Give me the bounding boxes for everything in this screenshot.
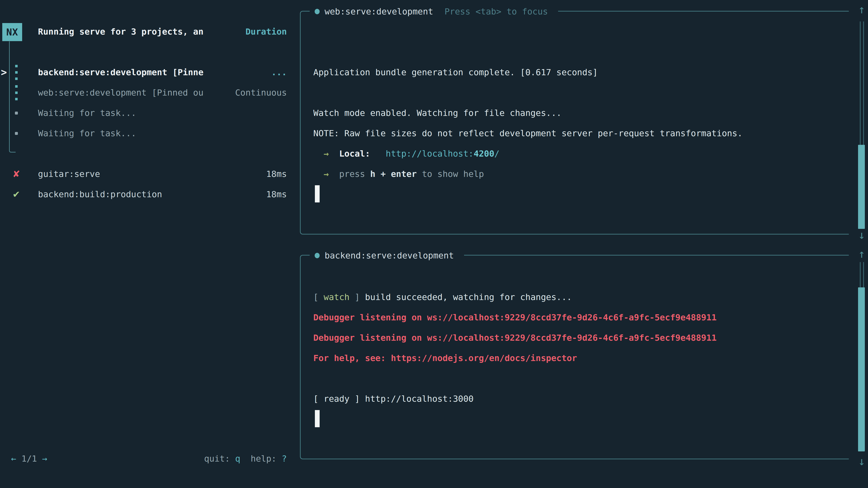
task-row[interactable]: >backend:serve:development [Pinne... (0, 62, 287, 83)
page-prev-icon[interactable]: ← (11, 454, 16, 464)
scrollbar-track[interactable] (860, 262, 864, 287)
scrollbar-track[interactable] (860, 22, 864, 145)
task-list-header: Running serve for 3 projects, an Duratio… (0, 22, 287, 42)
terminal-line: For help, see: https://nodejs.org/en/doc… (313, 348, 844, 368)
terminal-line: [ watch ] build succeeded, watching for … (313, 287, 844, 307)
scroll-up-icon[interactable]: ↑ (856, 248, 868, 260)
task-row[interactable]: ✘guitar:serve18ms (0, 164, 287, 184)
selected-task-chevron-icon: > (1, 62, 7, 83)
task-row[interactable]: Waiting for task... (0, 103, 287, 123)
help-key: ? (282, 454, 287, 464)
page-indicator: 1/1 (16, 454, 42, 464)
running-status-icon (315, 9, 320, 14)
task-status: Continuous (235, 83, 287, 103)
terminal-panel-web: web:serve:development Press <tab> to foc… (300, 11, 849, 234)
terminal-line (313, 83, 844, 103)
terminal-line: Debugger listening on ws://localhost:922… (313, 307, 844, 328)
terminal-line: Application bundle generation complete. … (313, 62, 844, 83)
task-row[interactable]: ✔backend:build:production18ms (0, 184, 287, 204)
terminal-line (313, 409, 844, 429)
scroll-down-icon[interactable]: ↓ (856, 455, 868, 467)
terminal-line (313, 368, 844, 389)
task-row[interactable]: web:serve:development [Pinned ouContinuo… (0, 83, 287, 103)
task-running-spinner-icon (11, 83, 21, 103)
task-waiting-dot-icon (11, 103, 21, 123)
page-next-icon[interactable]: → (42, 454, 47, 464)
quit-key: q (235, 454, 240, 464)
scrollbar-thumb[interactable] (858, 145, 865, 229)
task-name: web:serve:development [Pinned ou (38, 83, 204, 103)
terminal-panel-web-title: web:serve:development (324, 6, 433, 17)
task-waiting-dot-icon (11, 123, 21, 143)
terminal-output-backend: [ watch ] build succeeded, watching for … (313, 287, 844, 429)
task-name: guitar:serve (38, 164, 100, 184)
terminal-panel-backend: backend:serve:development [ watch ] buil… (300, 255, 849, 459)
terminal-panel-web-header[interactable]: web:serve:development Press <tab> to foc… (310, 5, 558, 18)
terminal-line: → press h + enter to show help (313, 164, 844, 184)
terminal-line: NOTE: Raw file sizes do not reflect deve… (313, 123, 844, 143)
sidebar-task-list: NX Running serve for 3 projects, an Dura… (0, 0, 300, 488)
terminal-line: Debugger listening on ws://localhost:922… (313, 328, 844, 348)
task-list-title: Running serve for 3 projects, an (38, 22, 204, 42)
terminal-output-web: Application bundle generation complete. … (313, 62, 844, 204)
task-row[interactable]: Waiting for task... (0, 123, 287, 143)
scrollbar-thumb[interactable] (858, 287, 865, 451)
focus-hint: Press <tab> to focus (444, 6, 548, 17)
task-name: Waiting for task... (38, 123, 136, 143)
task-status: ... (271, 62, 287, 83)
keyboard-hints: quit: q help: ? (204, 449, 287, 469)
pagination: ← 1/1 → (11, 449, 47, 469)
task-name: backend:build:production (38, 184, 162, 204)
task-status: 18ms (266, 184, 287, 204)
sidebar-footer: ← 1/1 → quit: q help: ? (0, 449, 287, 469)
terminal-line: Watch mode enabled. Watching for file ch… (313, 103, 844, 123)
duration-column-header: Duration (246, 22, 287, 42)
help-label: help: (251, 454, 276, 464)
terminal-cursor (315, 185, 320, 202)
scroll-down-icon[interactable]: ↓ (856, 229, 868, 241)
terminal-cursor (315, 410, 320, 427)
task-success-icon: ✔ (11, 184, 21, 204)
task-name: Waiting for task... (38, 103, 136, 123)
task-running-spinner-icon (11, 62, 21, 83)
quit-label: quit: (204, 454, 230, 464)
terminal-line: [ ready ] http://localhost:3000 (313, 389, 844, 409)
terminal-line (313, 184, 844, 204)
running-status-icon (315, 253, 320, 258)
terminal-line: → Local: http://localhost:4200/ (313, 143, 844, 164)
scroll-up-icon[interactable]: ↑ (856, 4, 868, 15)
terminal-panel-backend-header[interactable]: backend:serve:development (310, 249, 464, 262)
task-failed-icon: ✘ (11, 164, 21, 184)
terminal-panel-backend-title: backend:serve:development (324, 251, 454, 260)
task-name: backend:serve:development [Pinne (38, 62, 204, 83)
task-status: 18ms (266, 164, 287, 184)
